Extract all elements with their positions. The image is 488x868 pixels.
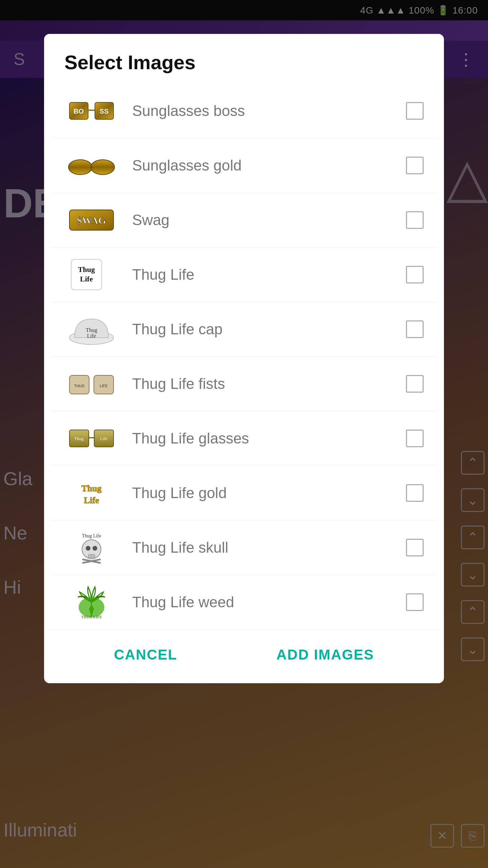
item-label-thug-life-cap: Thug Life cap (132, 321, 406, 338)
checkbox-sunglasses-boss[interactable] (406, 102, 424, 120)
item-label-thug-life-glasses: Thug Life glasses (132, 430, 406, 447)
svg-text:SS: SS (100, 107, 109, 115)
item-label-thug-life-weed: Thug Life weed (132, 594, 406, 611)
svg-rect-31 (88, 554, 95, 558)
cancel-button[interactable]: CANCEL (104, 643, 187, 666)
list-item[interactable]: THUG LIFE Thug Life fists (51, 357, 437, 411)
svg-text:BO: BO (74, 107, 84, 115)
checkbox-thug-life-weed[interactable] (406, 593, 424, 611)
item-icon-thug-life: Thug Life (64, 254, 119, 295)
checkbox-thug-life-fists[interactable] (406, 375, 424, 393)
list-item[interactable]: Thug Life Thug Life skull (51, 520, 437, 575)
item-icon-thug-life-fists: THUG LIFE (64, 363, 119, 404)
item-label-thug-life-fists: Thug Life fists (132, 375, 406, 392)
checkbox-swag[interactable] (406, 211, 424, 229)
checkbox-sunglasses-gold[interactable] (406, 157, 424, 174)
add-images-button[interactable]: ADD IMAGES (266, 643, 384, 666)
item-icon-sunglasses-gold (64, 145, 119, 186)
checkbox-thug-life-skull[interactable] (406, 539, 424, 556)
item-icon-thug-life-weed: THUG LIFE (64, 582, 119, 623)
item-label-sunglasses-gold: Sunglasses gold (132, 157, 406, 174)
svg-text:Life: Life (80, 275, 93, 283)
svg-text:Life: Life (87, 333, 96, 339)
item-label-thug-life: Thug Life (132, 266, 406, 283)
select-images-dialog: Select Images BO SS (44, 34, 444, 683)
svg-point-6 (91, 160, 115, 175)
svg-point-29 (86, 546, 90, 551)
list-item[interactable]: Thug Life Thug Life gold (51, 466, 437, 520)
item-icon-thug-life-gold: Thug Life (64, 473, 119, 513)
list-item[interactable]: Thug Life Thug Life cap (51, 302, 437, 357)
checkbox-thug-life-cap[interactable] (406, 320, 424, 338)
item-icon-thug-life-skull: Thug Life (64, 527, 119, 568)
list-item[interactable]: Sunglasses gold (51, 138, 437, 193)
list-item[interactable]: Thug Life Thug Life glasses (51, 411, 437, 466)
svg-text:THUG LIFE: THUG LIFE (81, 615, 102, 619)
item-label-thug-life-skull: Thug Life skull (132, 539, 406, 556)
item-icon-thug-life-cap: Thug Life (64, 309, 119, 350)
svg-text:$WAG: $WAG (77, 215, 106, 226)
svg-point-5 (68, 160, 92, 175)
list-item[interactable]: Thug Life Thug Life (51, 248, 437, 302)
svg-text:Life: Life (100, 436, 107, 441)
svg-text:Thug: Thug (74, 436, 84, 441)
item-icon-swag: $WAG (64, 200, 119, 240)
list-item[interactable]: BO SS Sunglasses boss (51, 84, 437, 138)
svg-text:Thug: Thug (81, 484, 101, 493)
svg-text:Life: Life (84, 495, 99, 505)
item-label-sunglasses-boss: Sunglasses boss (132, 102, 406, 119)
checkbox-thug-life-gold[interactable] (406, 484, 424, 502)
checkbox-thug-life[interactable] (406, 266, 424, 283)
list-item[interactable]: THUG LIFE Thug Life weed (51, 575, 437, 629)
dialog-actions: CANCEL ADD IMAGES (44, 629, 444, 683)
svg-text:Thug: Thug (78, 265, 95, 274)
item-icon-sunglasses-boss: BO SS (64, 91, 119, 131)
dialog-title: Select Images (44, 34, 444, 84)
svg-text:LIFE: LIFE (100, 384, 107, 388)
item-label-swag: Swag (132, 212, 406, 229)
svg-text:Thug: Thug (86, 327, 97, 333)
checkbox-thug-life-glasses[interactable] (406, 430, 424, 447)
item-icon-thug-life-glasses: Thug Life (64, 418, 119, 459)
item-label-thug-life-gold: Thug Life gold (132, 485, 406, 501)
image-list: BO SS Sunglasses boss (44, 84, 444, 629)
list-item[interactable]: $WAG Swag (51, 193, 437, 248)
svg-text:Thug Life: Thug Life (82, 533, 101, 538)
svg-text:THUG: THUG (74, 384, 84, 388)
svg-point-30 (93, 546, 97, 551)
